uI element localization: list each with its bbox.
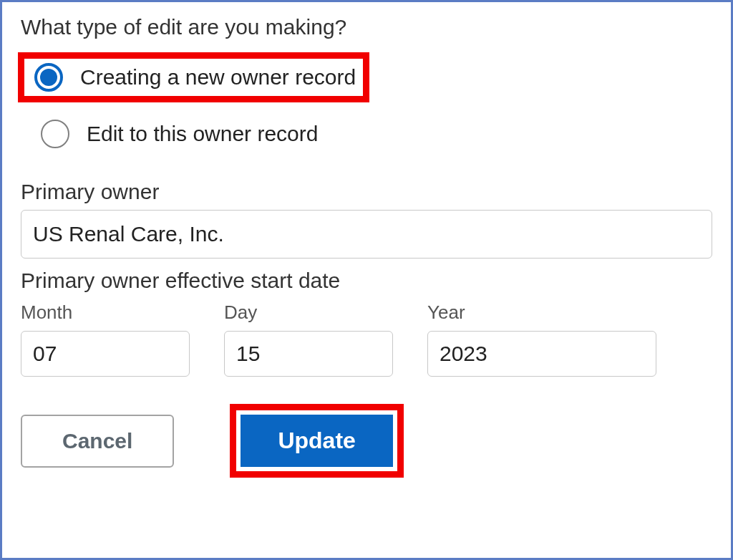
radio-edit-this-owner-label: Edit to this owner record: [87, 122, 318, 146]
radio-edit-this-owner[interactable]: [41, 120, 69, 148]
update-button[interactable]: Update: [241, 415, 392, 467]
cancel-button[interactable]: Cancel: [21, 415, 174, 468]
edit-owner-form: What type of edit are you making? Creati…: [0, 0, 733, 560]
effective-date-label: Primary owner effective start date: [21, 269, 712, 293]
year-label: Year: [427, 301, 656, 324]
effective-date-row: Month Day Year: [21, 301, 712, 377]
primary-owner-input[interactable]: [21, 210, 712, 259]
highlight-box-radio: Creating a new owner record: [18, 52, 369, 102]
day-input[interactable]: [224, 331, 393, 377]
edit-type-radio-group: Creating a new owner record Edit to this…: [21, 52, 712, 153]
edit-type-question: What type of edit are you making?: [21, 15, 712, 39]
month-label: Month: [21, 301, 190, 324]
radio-selected-dot-icon: [40, 69, 57, 86]
day-label: Day: [224, 301, 393, 324]
button-row: Cancel Update: [21, 404, 712, 478]
radio-create-new-owner[interactable]: [34, 63, 63, 92]
radio-create-new-owner-label: Creating a new owner record: [80, 65, 356, 90]
year-input[interactable]: [427, 331, 656, 377]
primary-owner-label: Primary owner: [21, 180, 712, 204]
highlight-box-update: Update: [230, 404, 403, 478]
month-input[interactable]: [21, 331, 190, 377]
